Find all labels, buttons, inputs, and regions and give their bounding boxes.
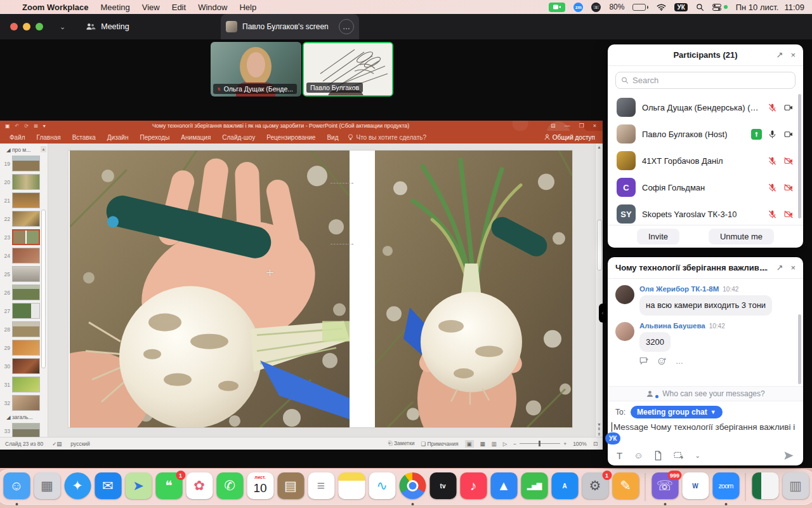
slide-thumbnail-image[interactable] — [12, 423, 40, 437]
dock-item-calendar[interactable]: лист.10 — [247, 471, 274, 503]
view-normal-icon[interactable]: ▣ — [465, 440, 474, 448]
start-slideshow-icon[interactable]: ⊞ — [34, 123, 38, 129]
dock-item-viber[interactable]: ☏999 — [652, 471, 679, 503]
chat-scrollbar[interactable] — [798, 314, 801, 384]
chat-message-input[interactable] — [612, 422, 796, 432]
dock-item-freeform[interactable]: ∿ — [369, 471, 396, 503]
tab-shared-screen[interactable]: Павло Булгаков's screen … — [221, 14, 359, 39]
participant-row[interactable]: SYSkopets Yaroslav ТК-3-10 — [617, 201, 799, 227]
camera-icon[interactable] — [783, 130, 794, 139]
screenshot-icon[interactable] — [674, 451, 683, 460]
spellcheck-icon[interactable]: ✓▤ — [52, 441, 62, 447]
menu-item-help[interactable]: Help — [239, 3, 256, 12]
ribbon-tab-слайд-шоу[interactable]: Слайд-шоу — [216, 134, 261, 141]
slide-thumbnail-image[interactable] — [12, 248, 40, 264]
attach-file-icon[interactable] — [654, 451, 662, 460]
participant-row[interactable]: ССофія Гольдман — [617, 174, 799, 201]
slide-thumbnail-image[interactable] — [12, 192, 40, 208]
dock-item-contacts[interactable]: ▤ — [277, 471, 304, 503]
mic-icon[interactable] — [768, 130, 777, 139]
menu-item-edit[interactable]: Edit — [172, 3, 186, 12]
dock-item-maps[interactable]: ➤ — [125, 471, 152, 503]
minimize-window-button[interactable] — [23, 23, 30, 30]
format-text-icon[interactable]: T — [617, 450, 622, 461]
input-source-badge[interactable]: УК — [674, 3, 687, 11]
search-input[interactable] — [632, 76, 790, 85]
participant-row[interactable]: 41ХТ Горбачов Даніл — [617, 147, 799, 174]
panel-collapse-handle[interactable]: ‹ — [599, 304, 606, 323]
customize-toolbar-icon[interactable]: ▾ — [43, 123, 46, 129]
notes-button[interactable]: ⎗ Заметки — [388, 440, 415, 447]
slide-thumbnail-image[interactable] — [12, 211, 40, 227]
participants-search[interactable] — [615, 72, 796, 89]
slide-thumbnail-image[interactable] — [12, 377, 40, 392]
scroll-up-arrow[interactable]: ▲ — [41, 146, 46, 152]
fullscreen-window-button[interactable] — [36, 23, 43, 30]
mic-muted-icon[interactable] — [768, 183, 777, 192]
mic-muted-icon[interactable] — [768, 156, 777, 166]
chevron-down-icon[interactable]: ⌄ — [695, 452, 700, 459]
save-icon[interactable]: ▣ — [5, 123, 10, 129]
next-slide-button[interactable]: ⇟ — [596, 432, 603, 437]
viber-menubar-icon[interactable]: ☏ — [591, 3, 601, 12]
dock-item-trash[interactable]: ▥ — [782, 471, 809, 503]
slide-thumbnail-image[interactable] — [12, 156, 40, 171]
language-indicator[interactable]: русский — [70, 441, 90, 447]
camera-active-icon[interactable] — [549, 3, 565, 12]
tab-more-options-button[interactable]: … — [339, 19, 354, 34]
thumbnail-scrollbar[interactable]: ▲ — [41, 146, 46, 433]
ppt-restore-button[interactable]: ❐ — [579, 123, 584, 129]
dock-item-facetime[interactable]: ✆ — [216, 471, 244, 503]
dock-item-word[interactable]: W — [682, 471, 709, 503]
ribbon-tab-анимация[interactable]: Анимация — [175, 134, 216, 141]
dock-item-reminders[interactable]: ≡ — [308, 471, 335, 503]
ribbon-tab-переходы[interactable]: Переходы — [134, 134, 175, 141]
send-message-button[interactable] — [783, 450, 794, 461]
camera-off-icon[interactable] — [783, 156, 794, 166]
menu-item-meeting[interactable]: Meeting — [101, 3, 130, 12]
sender-name[interactable]: Альвина Баушева — [639, 322, 705, 330]
redo-icon[interactable]: ⟳ — [24, 123, 29, 129]
slide-thumbnail-image[interactable] — [12, 266, 40, 282]
ribbon-tab-файл[interactable]: Файл — [4, 134, 31, 141]
dock-item-numbers[interactable]: ▂▅▇ — [521, 471, 548, 503]
slide-thumbnail-image[interactable] — [12, 284, 40, 300]
reply-icon[interactable] — [639, 357, 649, 366]
zoom-level[interactable]: 100% — [573, 441, 587, 447]
message-bubble[interactable]: на всю камери виходить 3 тони — [639, 295, 772, 316]
spotlight-search-icon[interactable] — [696, 3, 704, 11]
dock-item-photos[interactable]: ✿ — [186, 471, 213, 503]
zoom-menubar-icon[interactable]: zm — [573, 3, 583, 12]
dock-item-appstore[interactable]: A — [551, 471, 579, 503]
previous-slide-button[interactable]: ⇞ — [596, 427, 603, 432]
comments-button[interactable]: ❏ Примечания — [421, 441, 458, 447]
ribbon-tab-рецензирование[interactable]: Рецензирование — [261, 134, 321, 141]
mic-muted-icon[interactable] — [768, 210, 777, 219]
message-bubble[interactable]: 3200 — [639, 332, 671, 352]
scrollbar-thumb[interactable] — [597, 220, 602, 271]
dock-item-tv[interactable]: tv — [429, 471, 457, 503]
undo-icon[interactable]: ↶ — [15, 123, 20, 129]
dock-item-launchpad[interactable]: ▦ — [34, 471, 61, 503]
ppt-minimize-button[interactable]: — — [565, 123, 570, 129]
ribbon-tab-главная[interactable]: Главная — [31, 134, 67, 141]
slide-thumbnail-image[interactable] — [12, 358, 40, 374]
control-center-icon[interactable] — [712, 4, 728, 11]
dock-item-notes[interactable] — [338, 471, 365, 503]
scroll-up-arrow[interactable]: ▲ — [596, 144, 603, 151]
recipient-selector[interactable]: Meeting group chat▼ — [631, 406, 723, 418]
dock-item-mail[interactable]: ✉ — [95, 471, 122, 503]
slide-scrollbar[interactable]: ▲ ▼ ⇞ ⇟ — [595, 144, 603, 437]
dock-item-messages[interactable]: ❝1 — [155, 471, 183, 503]
dock-item-settings[interactable]: ⚙1 — [582, 471, 609, 503]
menubar-clock[interactable]: Пн 10 лист.11:09 — [736, 3, 804, 12]
unmute-me-button[interactable]: Unmute me — [709, 229, 774, 244]
fit-to-window-icon[interactable]: ⊡ — [593, 441, 598, 447]
dock-item-chrome[interactable] — [399, 471, 426, 503]
slide-thumbnail-image[interactable] — [12, 229, 40, 245]
ribbon-tab-вставка[interactable]: Вставка — [67, 134, 102, 141]
video-tile-pavlo[interactable]: Павло Булгаков — [303, 42, 393, 97]
view-reading-icon[interactable]: ▥ — [492, 441, 497, 447]
participant-row[interactable]: Павло Булгаков (Host) — [617, 121, 799, 147]
camera-off-icon[interactable] — [783, 210, 794, 219]
